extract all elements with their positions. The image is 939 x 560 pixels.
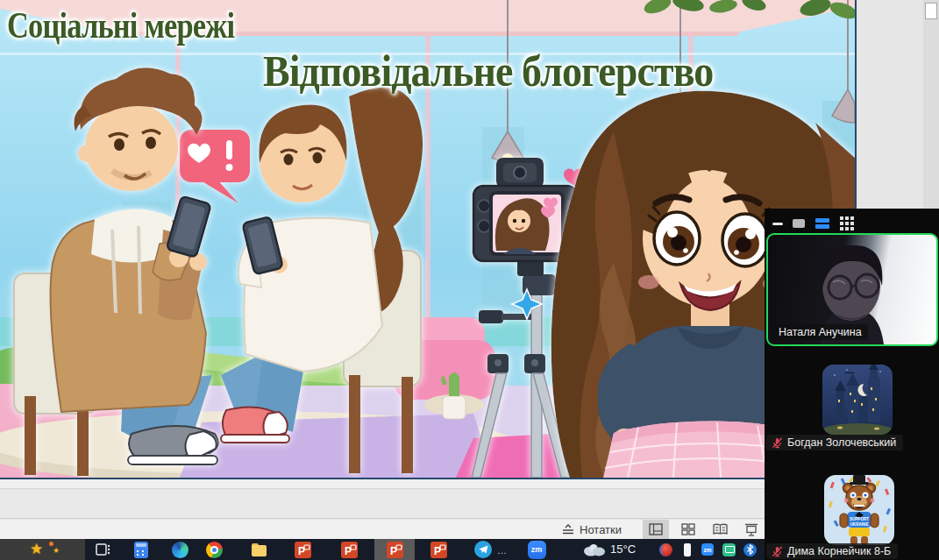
muted-mic-icon xyxy=(772,546,783,557)
start-small-star-icon: ★ xyxy=(53,547,60,555)
speaker-view-icon xyxy=(815,218,829,229)
bluetooth-icon xyxy=(743,543,757,556)
slide-title-line2[interactable]: Відповідальне блогерство xyxy=(263,49,713,93)
slideshow-icon xyxy=(744,523,758,536)
normal-view-button[interactable] xyxy=(643,520,669,539)
powerpoint-button-4[interactable]: P xyxy=(429,540,448,559)
chrome-button[interactable] xyxy=(204,540,224,559)
powerpoint-icon: P xyxy=(295,542,311,558)
task-view-button[interactable] xyxy=(93,540,112,559)
notes-toggle-button[interactable]: Нотатки xyxy=(562,520,622,539)
powerpoint-button-2[interactable]: P xyxy=(339,540,359,559)
zoom-app-button[interactable]: zm xyxy=(527,540,546,559)
cloud-icon xyxy=(582,543,606,556)
slide-sorter-button[interactable] xyxy=(675,520,701,539)
participant-name: Дима Корнейчик 8-Б xyxy=(787,545,891,557)
desktop-screen: Соціальні мережі Відповідальне блогерств… xyxy=(0,0,939,560)
tray-device[interactable] xyxy=(678,540,697,559)
zoom-minimize-button[interactable] xyxy=(768,216,787,231)
zoom-restore-button[interactable] xyxy=(789,216,808,231)
powerpoint-icon: P xyxy=(387,542,403,558)
start-button[interactable]: ★ ★ xyxy=(0,539,85,560)
participant-name-row: Дима Корнейчик 8-Б xyxy=(766,543,898,559)
freddy-bear-image: SUPPORT UKRAINE xyxy=(824,475,894,545)
restore-icon xyxy=(793,219,805,228)
powerpoint-status-bar: Нотатки xyxy=(0,520,857,539)
weather-temperature[interactable]: 15°C xyxy=(610,542,636,556)
slide-title-line1[interactable]: Соціальні мережі xyxy=(7,7,234,44)
telegram-icon xyxy=(474,541,492,558)
participant-tile-video[interactable]: Наталя Анучина xyxy=(766,233,938,346)
participant-name: Богдан Золочевський xyxy=(787,436,896,449)
notes-icon xyxy=(562,524,574,535)
powerpoint-button-3-active[interactable]: P xyxy=(385,540,404,559)
tray-app-green[interactable] xyxy=(719,540,738,559)
powerpoint-icon: P xyxy=(430,542,447,558)
zoom-app-icon: zm xyxy=(528,541,546,559)
slideshow-button[interactable] xyxy=(738,520,765,539)
powerpoint-button-1[interactable]: P xyxy=(293,540,312,559)
task-view-icon xyxy=(96,542,110,556)
participant-avatar-castle[interactable] xyxy=(822,365,893,435)
participant-name-row: Богдан Золочевський xyxy=(766,435,903,450)
edge-button[interactable] xyxy=(170,540,189,559)
telegram-button[interactable] xyxy=(473,540,493,559)
tray-app-red-icon xyxy=(659,543,672,556)
zoom-participants-panel: Наталя Анучина xyxy=(765,209,939,560)
vertical-scrollbar-thumb[interactable] xyxy=(925,3,937,19)
reading-view-button[interactable] xyxy=(707,520,733,539)
participant-name-tag: Наталя Анучина xyxy=(772,324,868,340)
night-castle-image xyxy=(822,365,893,435)
notes-label: Нотатки xyxy=(580,523,622,536)
notes-pane-collapsed[interactable] xyxy=(0,490,857,519)
chrome-icon xyxy=(206,542,223,558)
tray-zoom-icon: zm xyxy=(701,543,714,556)
svg-text:SUPPORT: SUPPORT xyxy=(850,517,869,521)
tray-app-red[interactable] xyxy=(656,540,675,559)
zoom-speaker-view-button[interactable] xyxy=(813,216,832,231)
slide-canvas[interactable]: Соціальні мережі Відповідальне блогерств… xyxy=(0,0,857,479)
calculator-icon xyxy=(134,542,148,558)
powerpoint-icon: P xyxy=(341,542,358,558)
svg-text:P: P xyxy=(345,545,352,557)
folder-button[interactable] xyxy=(249,540,268,559)
slide-sorter-icon xyxy=(681,523,695,535)
muted-mic-icon xyxy=(772,437,783,449)
tray-device-icon xyxy=(684,543,691,556)
start-orange-dot xyxy=(49,542,53,546)
zoom-gallery-view-button[interactable] xyxy=(837,216,857,231)
svg-text:P: P xyxy=(298,545,305,557)
normal-view-icon xyxy=(649,523,663,535)
tray-bluetooth[interactable] xyxy=(740,540,759,559)
start-star-icon: ★ xyxy=(30,542,43,556)
gallery-view-icon xyxy=(840,216,854,230)
below-slide-strip xyxy=(0,479,857,489)
weather-widget[interactable] xyxy=(582,543,606,560)
taskbar-overflow-dots[interactable]: … xyxy=(497,545,508,556)
edge-icon xyxy=(172,542,189,558)
folder-icon xyxy=(252,543,267,556)
minimize-icon xyxy=(772,223,783,225)
reading-view-icon xyxy=(713,523,728,535)
svg-text:P: P xyxy=(390,545,397,557)
tray-app-green-icon xyxy=(722,543,736,556)
tray-zoom[interactable]: zm xyxy=(698,540,717,559)
svg-text:P: P xyxy=(434,545,441,557)
calculator-button[interactable] xyxy=(132,540,151,559)
svg-text:UKRAINE: UKRAINE xyxy=(850,522,869,527)
participant-avatar-bear[interactable]: SUPPORT UKRAINE xyxy=(824,475,894,545)
